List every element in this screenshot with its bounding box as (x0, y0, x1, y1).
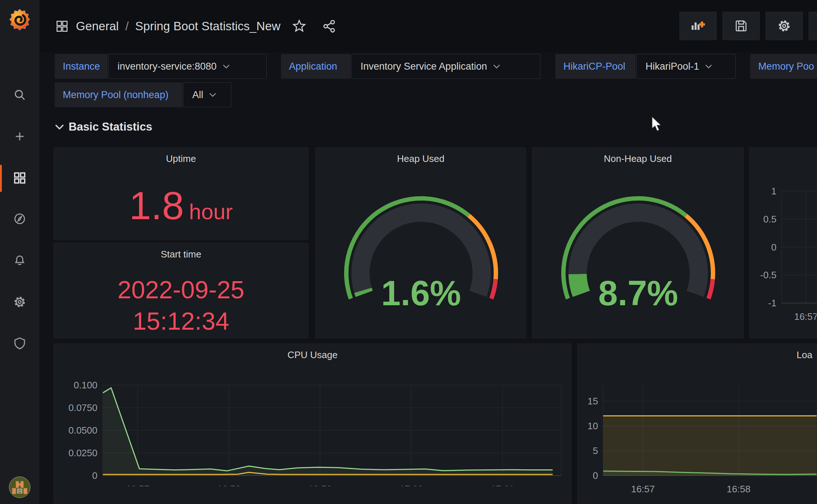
y-axis-tick-label: -0.5 (760, 270, 776, 280)
row-basic-statistics[interactable]: Basic Statistics (55, 120, 152, 133)
y-axis-tick-label: 1 (771, 186, 776, 197)
variable-label-memory-pool-nonheap: Memory Pool (nonheap) (55, 82, 182, 107)
grafana-logo[interactable] (0, 7, 39, 33)
y-axis-tick-label: 10 (587, 420, 598, 431)
variable-value-text: All (192, 89, 203, 101)
chevron-down-icon (209, 93, 216, 97)
breadcrumb-page-title[interactable]: Spring Boot Statistics_New (135, 19, 281, 33)
dashboards-grid-icon (12, 171, 27, 185)
variable-value-instance[interactable]: inventory-service:8080 (108, 54, 267, 79)
y-axis-tick-label: 5 (593, 445, 598, 456)
variable-value-memory-pool-nonheap[interactable]: All (183, 82, 231, 107)
save-dashboard-button[interactable] (722, 12, 760, 40)
gauge-threshold-band (709, 279, 713, 299)
shield-icon (13, 336, 27, 350)
plus-icon (13, 129, 27, 143)
panel-load-average: Loa 05101516:5716:58 (577, 344, 817, 504)
y-axis-tick-label: 0.0250 (68, 447, 97, 458)
variable-value-hikaricp-pool[interactable]: HikariPool-1 (636, 54, 736, 79)
breadcrumb-section[interactable]: General (76, 19, 119, 33)
panel-start-time: Start time 2022-09-25 15:12:34 (54, 243, 308, 338)
gauge-value-text: 8.7% (598, 274, 678, 313)
bell-icon (13, 253, 27, 267)
partial-chart[interactable]: 10.50-0.5-116:57 (749, 148, 817, 338)
variable-label-hikaricp-pool: HikariCP-Pool (555, 54, 636, 79)
gear-icon (13, 295, 27, 309)
variable-label-instance: Instance (55, 54, 108, 79)
sidebar-item-create[interactable] (0, 123, 39, 150)
stat-value: 1.8 (129, 183, 184, 228)
variable-value-text: inventory-service:8080 (117, 61, 217, 72)
panel-title[interactable]: Uptime (54, 148, 308, 164)
series-area-fill (103, 388, 553, 476)
variable-value-application[interactable]: Inventory Service Application (351, 54, 540, 79)
chevron-down-icon (223, 64, 230, 69)
settings-gear-icon (777, 19, 791, 33)
y-axis-tick-label: 0 (593, 470, 598, 481)
sidebar-item-server-admin[interactable] (0, 330, 39, 357)
y-axis-tick-label: -1 (768, 298, 776, 309)
dashboard-settings-button[interactable] (766, 12, 803, 40)
panel-title[interactable]: Start time (54, 243, 308, 260)
x-axis-tick-label: 17:00 (399, 484, 423, 486)
variable-label-memory-pool-clipped: Memory Poo (750, 54, 817, 79)
panel-nonheap-used: Non-Heap Used 8.7% (532, 147, 744, 338)
cpu-usage-chart[interactable]: 00.02500.05000.07500.10016:5716:5816:591… (54, 344, 571, 486)
chevron-down-icon (493, 64, 500, 69)
grafana-logo-icon (8, 8, 32, 32)
variable-value-text: HikariPool-1 (645, 61, 699, 72)
user-avatar[interactable] (0, 475, 39, 499)
x-axis-tick-label: 17:01 (490, 484, 514, 486)
start-clock: 15:12:34 (54, 305, 308, 337)
add-panel-button[interactable] (679, 12, 717, 40)
breadcrumb: General / Spring Boot Statistics_New (55, 0, 336, 52)
add-panel-icon (690, 19, 706, 33)
compass-icon (13, 212, 27, 226)
gauge-value-arc (578, 274, 581, 294)
dashboard-grid-icon (55, 19, 69, 34)
variable-value-text: Inventory Service Application (361, 61, 487, 72)
start-date: 2022-09-25 (54, 274, 308, 305)
panel-heap-used: Heap Used 1.6% (315, 147, 526, 338)
variable-label-application: Application (281, 54, 351, 79)
sidebar-item-explore[interactable] (0, 205, 39, 232)
top-nav: General / Spring Boot Statistics_New (39, 0, 817, 52)
chevron-down-icon (55, 124, 64, 130)
x-axis-tick-label: 16:58 (217, 484, 240, 486)
panel-uptime: Uptime 1.8 hour (54, 147, 308, 240)
load-average-chart[interactable]: 05101516:5716:58 (578, 344, 817, 504)
star-icon[interactable] (292, 19, 306, 33)
save-icon (734, 19, 748, 33)
share-icon[interactable] (322, 19, 336, 33)
start-time-value: 2022-09-25 15:12:34 (54, 274, 308, 337)
y-axis-tick-label: 0.5 (763, 214, 776, 225)
heap-used-gauge: 1.6% (319, 165, 523, 337)
mouse-cursor (651, 116, 663, 133)
sidebar-item-dashboards[interactable] (0, 164, 39, 191)
panel-title[interactable]: Heap Used (316, 148, 526, 164)
x-axis-tick-label: 16:57 (126, 484, 149, 486)
nonheap-used-gauge: 8.7% (536, 165, 740, 337)
y-axis-tick-label: 0 (92, 470, 97, 481)
x-axis-tick-label: 16:57 (794, 311, 817, 322)
y-axis-tick-label: 0.100 (74, 380, 97, 391)
panel-partial-right: 10.50-0.5-116:57 (749, 147, 817, 338)
uptime-value: 1.8 hour (54, 183, 308, 228)
panel-title[interactable]: Non-Heap Used (532, 148, 743, 164)
gauge-value-arc (363, 290, 364, 294)
chevron-down-icon (705, 64, 712, 69)
gauge-value-text: 1.6% (381, 274, 461, 313)
panel-cpu-usage: CPU Usage 00.02500.05000.07500.10016:571… (54, 344, 571, 504)
time-range-picker-button[interactable] (809, 12, 817, 40)
sidebar-item-alerting[interactable] (0, 247, 39, 274)
stat-unit: hour (189, 199, 233, 224)
y-axis-tick-label: 0.0750 (68, 402, 97, 413)
series-line-cpu-green (103, 388, 553, 471)
y-axis-tick-label: 0.0500 (68, 425, 97, 436)
sidebar (0, 0, 39, 504)
sidebar-item-configuration[interactable] (0, 288, 39, 315)
x-axis-tick-label: 16:57 (631, 484, 655, 495)
breadcrumb-separator: / (125, 19, 128, 33)
avatar-icon (8, 476, 31, 499)
sidebar-item-search[interactable] (0, 81, 39, 108)
